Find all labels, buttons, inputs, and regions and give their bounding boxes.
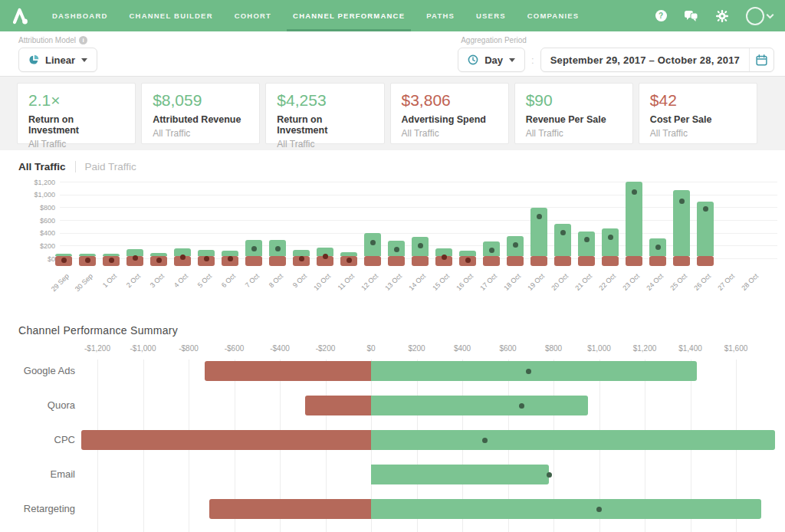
spend-bar[interactable] xyxy=(554,256,571,266)
net-profit-dot xyxy=(347,258,352,263)
revenue-bar[interactable] xyxy=(79,254,96,256)
net-profit-dot xyxy=(632,189,637,195)
spend-bar[interactable] xyxy=(364,256,381,266)
tab-paid-traffic[interactable]: Paid Traffic xyxy=(85,161,136,172)
revenue-bar[interactable] xyxy=(55,254,72,256)
nav-item-channel-builder[interactable]: Channel Builder xyxy=(119,0,224,31)
spend-bar[interactable] xyxy=(697,256,714,266)
revenue-bar[interactable] xyxy=(293,250,310,256)
spend-bar[interactable] xyxy=(388,256,405,266)
channel-revenue-bar[interactable] xyxy=(371,396,588,415)
avatar xyxy=(746,7,764,25)
tab-divider xyxy=(75,161,76,172)
net-profit-dot xyxy=(323,254,328,259)
kpi-value: 2.1× xyxy=(28,91,124,110)
gridline xyxy=(60,233,777,234)
kpi-card[interactable]: $3,806Advertising SpendAll Traffic xyxy=(390,83,509,144)
calendar-icon[interactable] xyxy=(749,48,774,71)
net-profit-dot xyxy=(109,258,114,263)
settings-gear-icon[interactable] xyxy=(715,9,729,23)
top-nav-bar: DashboardChannel BuilderCohortChannel Pe… xyxy=(0,0,785,31)
spend-bar[interactable] xyxy=(245,256,262,266)
channel-revenue-bar[interactable] xyxy=(371,499,761,519)
kpi-sub-label: All Traffic xyxy=(650,128,746,139)
channel-revenue-bar[interactable] xyxy=(371,361,697,381)
spend-bar[interactable] xyxy=(483,256,500,266)
kpi-card[interactable]: $4,253Return on InvestmentAll Traffic xyxy=(265,83,384,144)
revenue-bar[interactable] xyxy=(602,228,619,256)
filters-toolbar: Attribution Model i Linear Aggregation P… xyxy=(0,31,785,77)
nav-item-companies[interactable]: Companies xyxy=(517,0,590,31)
aggregation-period-group: Aggregation Period Day : September 29, 2… xyxy=(458,36,774,76)
spend-bar[interactable] xyxy=(530,256,547,266)
spend-bar[interactable] xyxy=(626,256,642,266)
channel-spend-bar[interactable] xyxy=(305,396,371,415)
net-profit-dot xyxy=(560,230,566,235)
net-profit-dot xyxy=(85,258,90,263)
kpi-label: Advertising Spend xyxy=(402,114,498,125)
spend-bar[interactable] xyxy=(649,256,666,266)
channel-spend-bar[interactable] xyxy=(81,430,371,450)
channel-spend-bar[interactable] xyxy=(205,361,371,381)
spend-bar[interactable] xyxy=(602,256,619,266)
kpi-card[interactable]: $90Revenue Per SaleAll Traffic xyxy=(514,83,633,144)
net-profit-dot xyxy=(275,246,281,251)
net-profit-dot xyxy=(703,206,708,212)
y-axis-tick-label: $200 xyxy=(2,242,55,250)
net-profit-dot xyxy=(513,242,518,248)
app-logo-icon[interactable] xyxy=(9,5,31,27)
date-range-picker[interactable]: September 29, 2017 – October 28, 2017 xyxy=(540,48,774,72)
nav-item-channel-performance[interactable]: Channel Performance xyxy=(282,0,415,31)
kpi-sub-label: All Traffic xyxy=(153,128,248,139)
net-profit-dot xyxy=(418,243,423,248)
kpi-card[interactable]: 2.1×Return on InvestmentAll Traffic xyxy=(17,83,136,144)
channel-label: CPC xyxy=(2,434,75,445)
revenue-bar[interactable] xyxy=(103,254,120,256)
kpi-label: Attributed Revenue xyxy=(153,114,248,125)
nav-item-paths[interactable]: Paths xyxy=(415,0,465,31)
spend-bar[interactable] xyxy=(673,256,690,266)
main-nav-menu: DashboardChannel BuilderCohortChannel Pe… xyxy=(41,0,590,31)
channel-label: Email xyxy=(2,468,75,480)
nav-item-cohort[interactable]: Cohort xyxy=(224,0,282,31)
channel-spend-bar[interactable] xyxy=(209,499,371,519)
kpi-card[interactable]: $42Cost Per SaleAll Traffic xyxy=(639,83,757,144)
attribution-model-label: Attribution Model i xyxy=(18,36,97,44)
channel-revenue-bar[interactable] xyxy=(371,430,775,450)
channel-label: Retargeting xyxy=(2,503,75,514)
net-profit-dot xyxy=(299,256,304,261)
help-icon[interactable]: ? xyxy=(654,9,668,23)
aggregation-period-dropdown[interactable]: Day xyxy=(458,48,525,72)
info-icon[interactable]: i xyxy=(79,36,87,44)
date-range-value: September 29, 2017 – October 28, 2017 xyxy=(541,54,749,66)
net-profit-dot xyxy=(394,247,399,252)
net-profit-dot xyxy=(537,214,542,219)
nav-utilities: ? xyxy=(654,7,777,25)
revenue-bar[interactable] xyxy=(198,250,215,256)
net-profit-dot xyxy=(251,246,257,251)
nav-item-dashboard[interactable]: Dashboard xyxy=(41,0,119,31)
net-profit-dot xyxy=(180,255,186,260)
revenue-bar[interactable] xyxy=(578,232,595,257)
revenue-bar[interactable] xyxy=(222,251,238,257)
spend-bar[interactable] xyxy=(507,256,524,266)
kpi-cards-row: 2.1×Return on InvestmentAll Traffic$8,05… xyxy=(0,77,785,150)
kpi-sub-label: All Traffic xyxy=(402,128,498,139)
revenue-bar[interactable] xyxy=(554,224,571,256)
channel-revenue-bar[interactable] xyxy=(371,465,549,484)
spend-bar[interactable] xyxy=(578,256,595,266)
revenue-bar[interactable] xyxy=(340,252,357,256)
net-profit-dot xyxy=(442,255,447,260)
spend-bar[interactable] xyxy=(412,256,429,266)
spend-bar[interactable] xyxy=(269,256,286,266)
nav-item-users[interactable]: Users xyxy=(465,0,517,31)
kpi-sub-label: All Traffic xyxy=(277,139,373,149)
tab-all-traffic[interactable]: All Traffic xyxy=(18,161,66,172)
revenue-bar[interactable] xyxy=(459,251,476,256)
revenue-bar[interactable] xyxy=(150,253,167,256)
pie-chart-icon xyxy=(28,54,39,65)
user-account-menu[interactable] xyxy=(746,7,773,25)
kpi-card[interactable]: $8,059Attributed RevenueAll Traffic xyxy=(141,83,260,144)
chat-icon[interactable] xyxy=(685,9,698,23)
attribution-model-dropdown[interactable]: Linear xyxy=(18,48,97,72)
